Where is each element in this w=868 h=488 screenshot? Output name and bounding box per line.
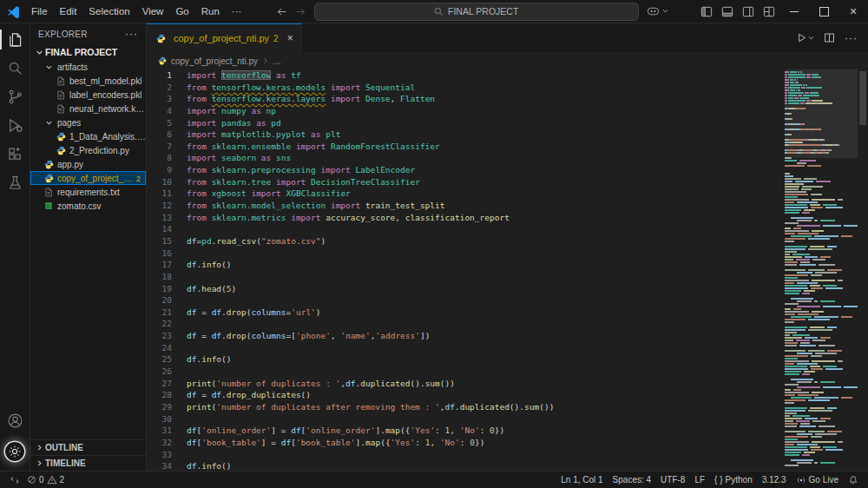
menu-selection[interactable]: Selection [82, 3, 135, 20]
code-line-9[interactable]: from sklearn.preprocessing import LabelE… [187, 164, 785, 176]
code-line-12[interactable]: from sklearn.model_selection import trai… [187, 200, 785, 212]
extensions-icon[interactable] [0, 140, 30, 168]
minimap-line [785, 204, 858, 206]
minimap[interactable] [785, 69, 858, 471]
accounts-icon[interactable] [0, 406, 30, 435]
minimize-button[interactable] [779, 0, 809, 23]
code-line-5[interactable]: import pandas as pd [187, 117, 785, 129]
tab-copy-of-project-nti[interactable]: copy_of_project_nti.py 2 × [147, 23, 302, 52]
code-line-26[interactable] [187, 366, 785, 378]
menu-file[interactable]: File [25, 3, 54, 20]
code-line-32[interactable]: df['book_table'] = df['book_table'].map(… [187, 437, 785, 449]
code-line-22[interactable] [187, 318, 785, 330]
cursor-position[interactable]: Ln 1, Col 1 [557, 475, 606, 485]
code-line-25[interactable]: df.info() [187, 353, 785, 366]
python-interpreter[interactable]: 3.12.3 [759, 475, 790, 485]
problems-status[interactable]: 0 2 [23, 475, 68, 485]
code-line-30[interactable] [187, 413, 785, 425]
code-line-3[interactable]: from tensorflow.keras.layers import Dens… [187, 93, 785, 105]
minimap-line [785, 248, 858, 250]
file-1-data-analysis-py[interactable]: 1_Data_Analysis.py [30, 129, 146, 143]
tab-close-icon[interactable]: × [287, 32, 293, 44]
code-line-19[interactable]: df.head(5) [187, 283, 785, 295]
language-mode[interactable]: { } Python [711, 475, 756, 485]
code-line-33[interactable] [187, 449, 785, 461]
settings-gear-icon[interactable] [0, 437, 30, 465]
code-line-28[interactable]: df = df.drop_duplicates() [187, 389, 785, 401]
search-sidebar-icon[interactable] [0, 54, 30, 82]
code-line-17[interactable]: df.info() [187, 259, 785, 271]
code-line-4[interactable]: import numpy as np [187, 105, 785, 117]
toggle-secondary-sidebar-icon[interactable] [738, 1, 759, 22]
code-line-24[interactable] [187, 342, 785, 354]
code-line-27[interactable]: print('number of duplicates : ',df.dupli… [187, 378, 785, 390]
go-live-button[interactable]: Go Live [792, 475, 842, 485]
maximize-button[interactable] [809, 0, 838, 23]
eol-sequence[interactable]: LF [691, 475, 708, 485]
code-line-31[interactable]: df['online_order'] = df['online_order'].… [187, 425, 785, 437]
code-lines[interactable]: import tensorflow as tffrom tensorflow.k… [187, 69, 785, 471]
file-requirements-txt[interactable]: requirements.txt [30, 185, 146, 199]
folder-pages[interactable]: pages [30, 115, 146, 129]
code-line-18[interactable] [187, 271, 785, 283]
command-center-search[interactable]: FINAL PROJECT [314, 3, 639, 21]
menu-edit[interactable]: Edit [54, 3, 83, 20]
folder-artifacts[interactable]: artifacts [30, 60, 146, 74]
more-actions-icon[interactable]: ··· [845, 32, 858, 44]
explorer-actions-icon[interactable]: ··· [125, 28, 138, 40]
indentation[interactable]: Spaces: 4 [609, 475, 654, 485]
editor-scrollbar[interactable] [858, 69, 868, 471]
menu-go[interactable]: Go [169, 3, 194, 20]
code-line-1[interactable]: import tensorflow as tf [187, 69, 785, 82]
run-debug-icon[interactable] [0, 111, 30, 140]
code-line-11[interactable]: from xgboost import XGBClassifier [187, 188, 785, 200]
section-timeline[interactable]: TIMELINE [30, 455, 146, 471]
file-label-encoders-pkl[interactable]: label_encoders.pkl [30, 88, 146, 102]
close-button[interactable]: × [838, 0, 868, 23]
remote-indicator[interactable] [6, 475, 23, 485]
file-app-py[interactable]: app.py [30, 157, 146, 171]
code-line-23[interactable]: df = df.drop(columns=['phone', 'name','a… [187, 330, 785, 342]
menu-view[interactable]: View [136, 3, 170, 20]
code-line-7[interactable]: from sklearn.ensemble import RandomFores… [187, 141, 785, 153]
breadcrumb-file[interactable]: copy_of_project_nti.py [171, 56, 258, 66]
code-line-16[interactable] [187, 247, 785, 260]
menu-run[interactable]: Run [195, 3, 226, 20]
breadcrumb[interactable]: copy_of_project_nti.py … [147, 52, 868, 69]
code-line-29[interactable]: print('number of duplicates after removi… [187, 401, 785, 413]
code-line-8[interactable]: import seaborn as sns [187, 152, 785, 164]
code-line-2[interactable]: from tensorflow.keras.models import Sequ… [187, 82, 785, 94]
toggle-primary-sidebar-icon[interactable] [696, 1, 717, 22]
copilot-button[interactable] [647, 6, 668, 16]
file-2-prediction-py[interactable]: 2_Prediction.py [30, 143, 146, 157]
code-line-13[interactable]: from sklearn.metrics import accuracy_sco… [187, 212, 785, 224]
code-line-20[interactable] [187, 294, 785, 307]
code-line-10[interactable]: from sklearn.tree import DecisionTreeCla… [187, 176, 785, 188]
source-control-icon[interactable] [0, 82, 30, 111]
code-line-21[interactable]: df = df.drop(columns='url') [187, 307, 785, 319]
explorer-icon[interactable] [0, 25, 30, 54]
breadcrumb-more[interactable]: … [273, 56, 281, 66]
encoding[interactable]: UTF-8 [657, 475, 688, 485]
file-zomato-csv[interactable]: zomato.csv [30, 199, 146, 213]
scrollbar-thumb[interactable] [859, 71, 866, 125]
file-neural-network-keras[interactable]: neural_network.keras [30, 102, 146, 115]
forward-arrow-icon[interactable] [295, 6, 306, 17]
workspace-root[interactable]: FINAL PROJECT [30, 44, 146, 60]
section-outline[interactable]: OUTLINE [30, 439, 146, 455]
file-copy-of-project-nti-py[interactable]: copy_of_project_nti.py2 [30, 171, 146, 185]
notifications-bell-icon[interactable] [845, 475, 862, 485]
split-editor-icon[interactable] [824, 32, 835, 43]
file-best-ml-model-pkl[interactable]: best_ml_model.pkl [30, 74, 146, 88]
run-python-file-button[interactable] [796, 32, 814, 43]
customize-layout-icon[interactable] [759, 1, 779, 22]
code-line-14[interactable] [187, 223, 785, 235]
back-arrow-icon[interactable] [276, 6, 287, 17]
code-line-15[interactable]: df=pd.read_csv("zomato.csv") [187, 235, 785, 247]
code-line-34[interactable]: df.info() [187, 460, 785, 471]
testing-icon[interactable] [0, 168, 30, 197]
toggle-panel-icon[interactable] [717, 1, 738, 22]
code-line-6[interactable]: import matplotlib.pyplot as plt [187, 129, 785, 141]
main-area: EXPLORER ··· FINAL PROJECT artifactsbest… [0, 23, 868, 471]
menu-[interactable]: ··· [226, 3, 248, 20]
